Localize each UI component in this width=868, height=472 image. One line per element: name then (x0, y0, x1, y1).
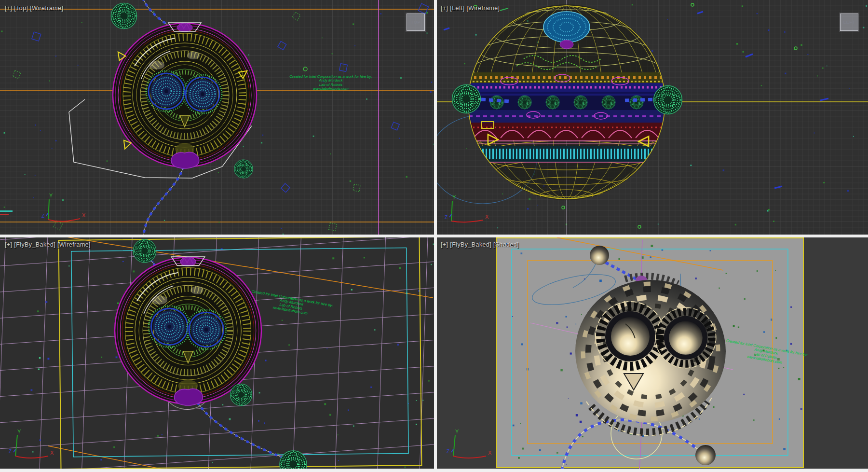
viewport-label-left[interactable]: [+] [Left] [Wireframe] (441, 5, 500, 12)
owl-model-flyby-wireframe[interactable] (115, 257, 261, 405)
svg-text:Z: Z (447, 449, 449, 454)
svg-text:Z: Z (41, 213, 44, 219)
svg-text:Y: Y (452, 194, 456, 200)
viewcube-top-label: TOP (411, 20, 420, 25)
viewport-layout: [+] [Top] [Wireframe] TOP Created for In… (0, 0, 868, 472)
svg-text:Z: Z (9, 449, 12, 454)
axis-tripod: Y X Z (443, 193, 501, 227)
green-sphere-top[interactable] (133, 239, 156, 263)
axis-tripod: Y X Z (7, 428, 65, 462)
viewport-top[interactable]: [+] [Top] [Wireframe] TOP Created for In… (0, 0, 434, 235)
green-sphere-right[interactable] (654, 86, 682, 114)
viewport-label-flyby-wire[interactable]: [+] [FlyBy_Baked] [Wireframe] (5, 241, 91, 248)
green-sphere-mid[interactable] (231, 384, 252, 406)
owl-model-left-wireframe[interactable] (468, 4, 665, 201)
small-sphere-bottom[interactable] (695, 445, 716, 465)
axis-tripod: Y X Z (445, 428, 502, 462)
owl-model-top-wireframe[interactable] (113, 23, 257, 168)
credit-text-top: Created for Intel Corporation as a work … (285, 74, 377, 91)
viewport-left[interactable]: [+] [Left] [Wireframe] LEFT Y X Z (437, 0, 868, 235)
svg-text:Y: Y (17, 429, 21, 434)
viewport-label-top[interactable]: [+] [Top] [Wireframe] (5, 5, 63, 12)
viewport-left-canvas[interactable] (437, 0, 868, 235)
viewcube-top[interactable]: TOP (407, 14, 425, 31)
viewcube-left-label: LEFT (843, 20, 855, 25)
svg-text:Z: Z (445, 215, 448, 220)
svg-text:Y: Y (455, 429, 459, 434)
svg-text:X: X (488, 450, 492, 456)
green-sphere-top[interactable] (111, 3, 136, 28)
small-sphere-top[interactable] (590, 246, 609, 265)
svg-text:X: X (50, 450, 54, 456)
viewport-label-flyby-shaded[interactable]: [+] [FlyBy_Baked] [Shaded] (441, 241, 519, 248)
svg-text:X: X (82, 212, 86, 218)
svg-text:X: X (485, 214, 489, 220)
viewport-flyby-wireframe[interactable]: [+] [FlyBy_Baked] [Wireframe] Created fo… (0, 237, 434, 469)
axis-tripod: Y X Z (40, 192, 97, 225)
viewcube-left[interactable]: LEFT (840, 14, 858, 31)
viewport-flyby-shaded[interactable]: [+] [FlyBy_Baked] [Shaded] Created for I… (437, 237, 868, 469)
green-sphere-left[interactable] (452, 85, 481, 113)
svg-text:Y: Y (49, 193, 53, 198)
green-sphere-bottom[interactable] (234, 160, 253, 178)
viewport-flyby-wire-canvas[interactable] (0, 237, 434, 469)
